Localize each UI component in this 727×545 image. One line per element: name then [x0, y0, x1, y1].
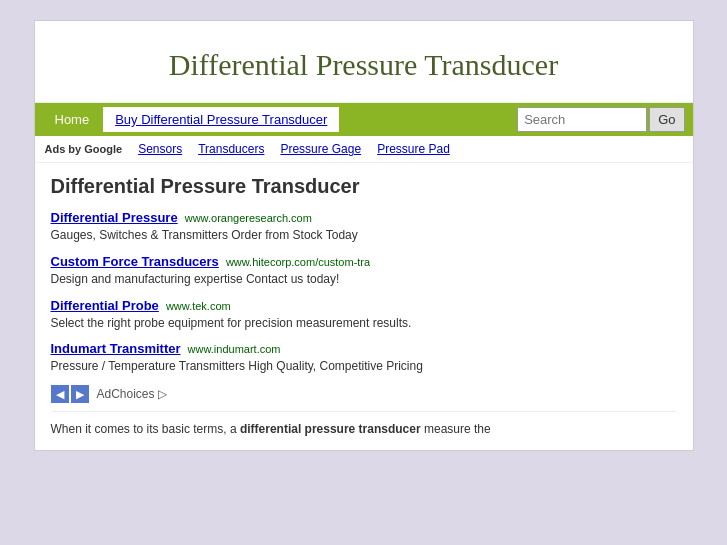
ad-block-2: Custom Force Transducers www.hitecorp.co… — [51, 254, 677, 288]
ad-block-3: Differential Probe www.tek.com Select th… — [51, 298, 677, 332]
ad-block-1: Differential Pressure www.orangeresearch… — [51, 210, 677, 244]
page-title: Differential Pressure Transducer — [51, 175, 677, 198]
ad-desc-2: Design and manufacturing expertise Conta… — [51, 271, 677, 288]
main-content: Differential Pressure Transducer Differe… — [35, 163, 693, 450]
page-heading: Differential Pressure Transducer — [55, 45, 673, 84]
ad-desc-1: Gauges, Switches & Transmitters Order fr… — [51, 227, 677, 244]
footer-text-after: measure the — [421, 422, 491, 436]
ads-bar-link-sensors[interactable]: Sensors — [138, 142, 182, 156]
ad-link-4[interactable]: Indumart Transmitter — [51, 341, 181, 356]
arrow-right-button[interactable]: ▶ — [71, 385, 89, 403]
ad-url-2: www.hitecorp.com/custom-tra — [223, 256, 370, 268]
ad-block-4: Indumart Transmitter www.indumart.com Pr… — [51, 341, 677, 375]
ads-bar-link-pressure-gage[interactable]: Pressure Gage — [280, 142, 361, 156]
ads-bar-link-pressure-pad[interactable]: Pressure Pad — [377, 142, 450, 156]
ad-url-3: www.tek.com — [163, 300, 231, 312]
footer-bold-text: differential pressure transducer — [240, 422, 421, 436]
ad-url-1: www.orangeresearch.com — [182, 212, 312, 224]
buy-button[interactable]: Buy Differential Pressure Transducer — [103, 107, 339, 132]
ads-bar: Ads by Google Sensors Transducers Pressu… — [35, 136, 693, 163]
ad-link-1[interactable]: Differential Pressure — [51, 210, 178, 225]
nav-arrows: ◀ ▶ — [51, 385, 89, 403]
footer-text: When it comes to its basic terms, a diff… — [51, 411, 677, 438]
arrow-left-button[interactable]: ◀ — [51, 385, 69, 403]
nav-bar: Home Buy Differential Pressure Transduce… — [35, 103, 693, 136]
ad-desc-3: Select the right probe equipment for pre… — [51, 315, 677, 332]
ads-bar-link-transducers[interactable]: Transducers — [198, 142, 264, 156]
ad-link-3[interactable]: Differential Probe — [51, 298, 159, 313]
home-button[interactable]: Home — [43, 107, 102, 132]
adchoices-label: AdChoices ▷ — [97, 387, 167, 401]
search-input[interactable] — [517, 107, 647, 132]
ads-by-google-label: Ads by Google — [45, 143, 123, 155]
ad-desc-4: Pressure / Temperature Transmitters High… — [51, 358, 677, 375]
adchoices-row: ◀ ▶ AdChoices ▷ — [51, 385, 677, 403]
ad-url-4: www.indumart.com — [185, 343, 281, 355]
search-go-button[interactable]: Go — [649, 107, 684, 132]
header: Differential Pressure Transducer — [35, 21, 693, 103]
ad-link-2[interactable]: Custom Force Transducers — [51, 254, 219, 269]
footer-text-before: When it comes to its basic terms, a — [51, 422, 240, 436]
